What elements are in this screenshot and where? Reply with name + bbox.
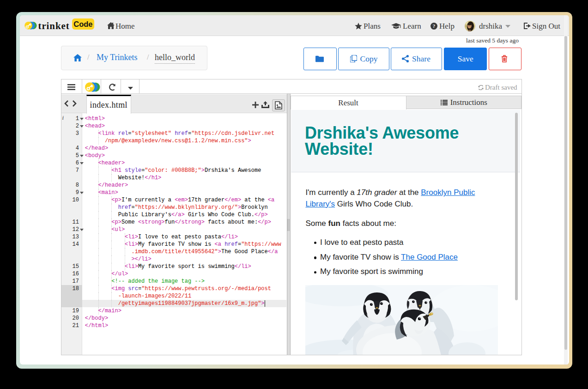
svg-text:?: ? <box>433 23 436 29</box>
